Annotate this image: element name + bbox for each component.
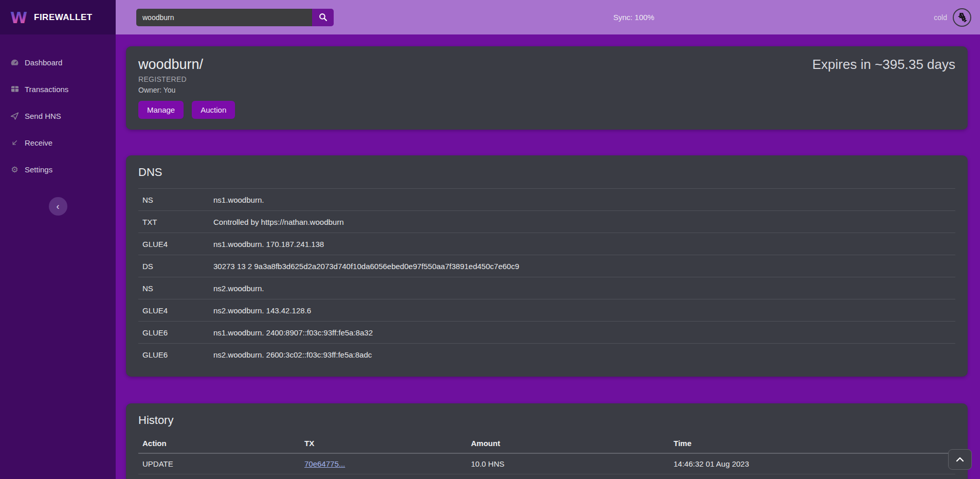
- dns-records-table: NS ns1.woodburn. TXT Controlled by https…: [138, 188, 955, 365]
- sidebar-item-receive[interactable]: Receive: [0, 129, 116, 156]
- history-header-row: Action TX Amount Time: [138, 433, 955, 454]
- dns-record-type: GLUE4: [138, 240, 213, 249]
- sidebar-item-label: Receive: [25, 138, 52, 147]
- history-amount: 10.0 HNS: [467, 459, 669, 468]
- dns-record-type: GLUE6: [138, 350, 213, 359]
- sidebar-item-label: Dashboard: [25, 58, 62, 67]
- dns-record-value: ns1.woodburn.: [213, 196, 955, 204]
- dns-record-row: GLUE6 ns2.woodburn. 2600:3c02::f03c:93ff…: [138, 343, 955, 365]
- history-table: Action TX Amount Time UPDATE 70e64775...…: [138, 433, 955, 479]
- dns-record-value: ns1.woodburn. 170.187.241.138: [213, 240, 955, 249]
- dns-record-value: ns2.woodburn. 2600:3c02::f03c:93ff:fe5a:…: [213, 350, 955, 359]
- sidebar-item-settings[interactable]: ⚙ Settings: [0, 156, 116, 183]
- firewallet-w-logo: W: [10, 9, 28, 26]
- dns-card: DNS NS ns1.woodburn. TXT Controlled by h…: [126, 155, 968, 377]
- sidebar: W FIREWALLET Dashboard Transactions Send…: [0, 0, 116, 479]
- history-col-tx: TX: [300, 439, 467, 448]
- dns-record-row: NS ns1.woodburn.: [138, 188, 955, 210]
- wallet-name: cold: [934, 13, 947, 22]
- dns-record-row: GLUE6 ns1.woodburn. 2400:8907::f03c:93ff…: [138, 321, 955, 343]
- dns-record-row: GLUE4 ns2.woodburn. 143.42.128.6: [138, 299, 955, 321]
- dns-record-type: TXT: [138, 218, 213, 226]
- dns-record-row: NS ns2.woodburn.: [138, 277, 955, 299]
- sidebar-item-send-hns[interactable]: Send HNS: [0, 102, 116, 129]
- search-group: [136, 9, 334, 26]
- dashboard-icon: [10, 58, 19, 67]
- dns-record-value: ns2.woodburn.: [213, 284, 955, 293]
- dns-record-row: DS 30273 13 2 9a3a8fb3d625d2a2073d740f10…: [138, 255, 955, 277]
- sync-status: Sync: 100%: [334, 13, 934, 22]
- gear-icon: ⚙: [10, 165, 19, 174]
- receive-icon: [10, 138, 19, 147]
- search-button[interactable]: [312, 9, 334, 26]
- dns-record-type: GLUE6: [138, 328, 213, 337]
- tx-link[interactable]: 70e64775...: [304, 459, 345, 468]
- svg-text:W: W: [10, 9, 27, 26]
- topbar: Sync: 100% cold: [116, 0, 980, 34]
- sidebar-item-label: Transactions: [25, 85, 68, 94]
- domain-owner: Owner: You: [138, 86, 955, 94]
- chevron-up-icon: [956, 457, 964, 462]
- history-row: RENEW d72e0d... 10.0 HNS 15:45:36 07 Feb…: [138, 474, 955, 479]
- search-icon: [319, 13, 328, 22]
- manage-button[interactable]: Manage: [138, 101, 184, 119]
- sidebar-collapse-button[interactable]: ‹: [49, 197, 67, 216]
- dns-record-value: Controlled by https://nathan.woodburn: [213, 218, 955, 226]
- dns-record-type: NS: [138, 284, 213, 293]
- expires-label: Expires in ~395.35 days: [812, 57, 955, 73]
- chevron-left-icon: ‹: [57, 202, 60, 211]
- sidebar-item-label: Send HNS: [25, 112, 61, 120]
- domain-card: woodburn/ REGISTERED Owner: You Manage A…: [126, 46, 968, 130]
- history-card: History Action TX Amount Time UPDATE 70e…: [126, 403, 968, 479]
- history-action: UPDATE: [138, 459, 300, 468]
- history-col-amount: Amount: [467, 439, 669, 448]
- sidebar-nav: Dashboard Transactions Send HNS Receive …: [0, 34, 116, 183]
- wallet-selector[interactable]: cold: [934, 8, 972, 27]
- brand-name: FIREWALLET: [34, 12, 93, 23]
- brand-block[interactable]: W FIREWALLET: [0, 0, 116, 34]
- history-time: 14:46:32 01 Aug 2023: [669, 459, 955, 468]
- transactions-icon: [10, 85, 19, 94]
- dns-card-title: DNS: [138, 166, 955, 179]
- dns-record-row: GLUE4 ns1.woodburn. 170.187.241.138: [138, 233, 955, 255]
- dns-record-type: GLUE4: [138, 306, 213, 315]
- sidebar-item-dashboard[interactable]: Dashboard: [0, 49, 116, 76]
- history-col-action: Action: [138, 439, 300, 448]
- history-row: UPDATE 70e64775... 10.0 HNS 14:46:32 01 …: [138, 454, 955, 474]
- dns-record-value: ns1.woodburn. 2400:8907::f03c:93ff:fe5a:…: [213, 328, 955, 337]
- domain-actions: Manage Auction: [138, 101, 955, 119]
- main-content: woodburn/ REGISTERED Owner: You Manage A…: [116, 34, 980, 479]
- dns-record-value: ns2.woodburn. 143.42.128.6: [213, 306, 955, 315]
- dns-record-type: DS: [138, 262, 213, 271]
- sidebar-item-transactions[interactable]: Transactions: [0, 76, 116, 102]
- history-card-title: History: [138, 414, 955, 427]
- scroll-to-top-button[interactable]: [948, 449, 972, 470]
- send-icon: [10, 112, 19, 120]
- auction-button[interactable]: Auction: [192, 101, 235, 119]
- dns-record-type: NS: [138, 196, 213, 204]
- dns-record-value: 30273 13 2 9a3a8fb3d625d2a2073d740f10da6…: [213, 262, 955, 271]
- search-input[interactable]: [136, 9, 312, 26]
- handshake-icon: [952, 8, 972, 27]
- history-col-time: Time: [669, 439, 955, 448]
- sidebar-item-label: Settings: [25, 165, 52, 174]
- domain-status-badge: REGISTERED: [138, 75, 955, 83]
- dns-record-row: TXT Controlled by https://nathan.woodbur…: [138, 210, 955, 233]
